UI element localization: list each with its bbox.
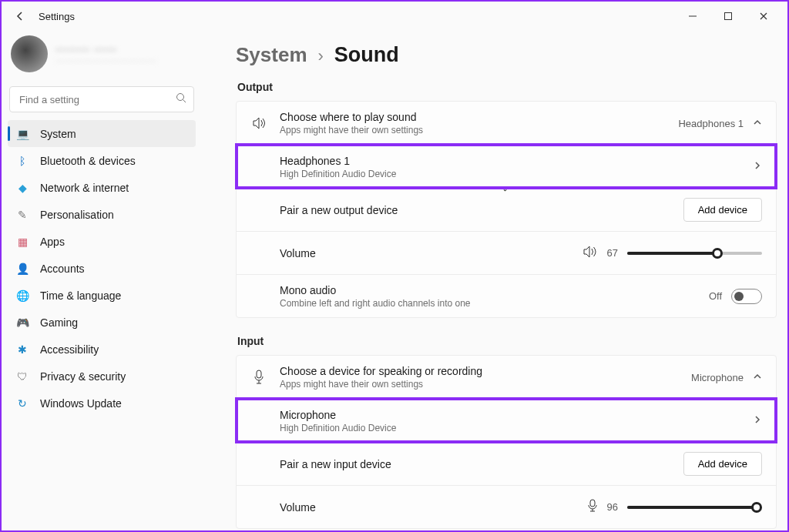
sidebar: ——— —— ——————————— 💻SystemᛒBluetooth & d… (2, 31, 202, 530)
mono-toggle[interactable] (731, 289, 762, 304)
slider-thumb[interactable] (751, 502, 762, 513)
search-input[interactable] (9, 86, 194, 112)
add-output-device-button[interactable]: Add device (683, 198, 762, 222)
output-volume-slider[interactable] (627, 252, 762, 255)
svg-line-3 (183, 100, 186, 103)
nav-icon: ✎ (15, 209, 29, 221)
profile-email: ——————————— (55, 55, 157, 65)
search-icon (176, 92, 186, 106)
mono-title: Mono audio (280, 284, 697, 296)
sidebar-item-personalisation[interactable]: ✎Personalisation (8, 201, 196, 228)
output-volume-label: Volume (280, 247, 570, 259)
output-card: Choose where to play sound Apps might ha… (236, 101, 777, 318)
input-pair-title: Pair a new input device (280, 458, 671, 470)
speaker-icon[interactable] (583, 246, 598, 260)
input-choose-value: Microphone (691, 372, 744, 383)
nav-icon: ✱ (15, 343, 29, 356)
mono-state: Off (709, 290, 722, 302)
input-device-sub: High Definition Audio Device (280, 423, 740, 433)
add-input-device-button[interactable]: Add device (683, 452, 762, 476)
svg-rect-4 (257, 370, 261, 378)
search-wrapper (9, 86, 194, 112)
sidebar-item-accessibility[interactable]: ✱Accessibility (8, 336, 196, 363)
input-volume-label: Volume (280, 501, 575, 514)
sidebar-item-accounts[interactable]: 👤Accounts (8, 255, 196, 282)
nav-icon: ◆ (15, 182, 29, 194)
input-card: Choose a device for speaking or recordin… (236, 355, 777, 529)
output-choose-sub: Apps might have their own settings (280, 125, 666, 136)
mono-sub: Combine left and right audio channels in… (280, 298, 697, 309)
output-volume-row: Volume 67 (237, 231, 776, 274)
input-section-title: Input (237, 335, 777, 347)
page-title: Sound (334, 43, 399, 67)
maximize-button[interactable] (710, 4, 746, 28)
output-volume-value: 67 (607, 247, 618, 259)
minimize-button[interactable] (675, 4, 710, 28)
arrow-left-icon (14, 10, 26, 22)
output-device-row[interactable]: Headphones 1 High Definition Audio Devic… (237, 145, 776, 188)
input-choose-row[interactable]: Choose a device for speaking or recordin… (237, 356, 776, 399)
profile-block[interactable]: ——— —— ——————————— (8, 31, 196, 83)
breadcrumb: System › Sound (236, 43, 777, 67)
output-device-title: Headphones 1 (280, 155, 740, 167)
nav-label: Windows Update (40, 397, 122, 410)
chevron-right-icon (753, 161, 762, 172)
nav-icon: 🌐 (15, 289, 29, 302)
output-choose-row[interactable]: Choose where to play sound Apps might ha… (237, 102, 776, 145)
main-content: System › Sound Output Choose where to pl… (202, 31, 787, 530)
nav-icon: ↻ (15, 397, 29, 410)
sidebar-item-windows-update[interactable]: ↻Windows Update (8, 390, 196, 417)
window-controls (675, 4, 781, 28)
close-button[interactable] (746, 4, 781, 28)
output-pair-row: Pair a new output device Add device (237, 188, 776, 231)
sidebar-item-network-internet[interactable]: ◆Network & internet (8, 174, 196, 201)
input-choose-title: Choose a device for speaking or recordin… (280, 365, 679, 377)
output-choose-title: Choose where to play sound (280, 111, 666, 123)
microphone-icon (250, 370, 267, 385)
sidebar-item-apps[interactable]: ▦Apps (8, 228, 196, 255)
nav-label: Gaming (40, 316, 78, 329)
titlebar: Settings (2, 2, 787, 31)
speaker-icon (250, 116, 267, 130)
output-choose-value: Headphones 1 (678, 118, 744, 129)
input-volume-slider[interactable] (627, 506, 762, 509)
slider-fill (627, 506, 757, 509)
chevron-up-icon (753, 372, 762, 383)
input-choose-sub: Apps might have their own settings (280, 379, 679, 390)
nav-label: Time & language (40, 289, 121, 302)
nav-label: System (40, 128, 76, 140)
breadcrumb-parent[interactable]: System (236, 43, 307, 67)
input-device-title: Microphone (280, 409, 740, 421)
chevron-right-icon: › (318, 46, 324, 66)
input-volume-value: 96 (607, 501, 618, 513)
sidebar-item-privacy-security[interactable]: 🛡Privacy & security (8, 363, 196, 390)
sidebar-item-bluetooth-devices[interactable]: ᛒBluetooth & devices (8, 147, 196, 174)
input-pair-row: Pair a new input device Add device (237, 442, 776, 485)
svg-rect-1 (725, 13, 732, 20)
nav-label: Network & internet (40, 182, 129, 194)
nav-label: Accessibility (40, 343, 99, 356)
avatar (11, 35, 48, 72)
nav-icon: 👤 (15, 263, 29, 275)
input-device-row[interactable]: Microphone High Definition Audio Device (237, 399, 776, 442)
back-button[interactable] (8, 4, 32, 28)
profile-name: ——— —— (55, 43, 157, 55)
sidebar-item-gaming[interactable]: 🎮Gaming (8, 309, 196, 336)
nav-label: Apps (40, 236, 65, 248)
microphone-icon[interactable] (587, 499, 598, 515)
mono-audio-row[interactable]: Mono audio Combine left and right audio … (237, 274, 776, 317)
nav-label: Bluetooth & devices (40, 155, 136, 167)
sidebar-item-system[interactable]: 💻System (8, 120, 196, 147)
output-device-sub: High Definition Audio Device (280, 169, 740, 179)
nav-list: 💻SystemᛒBluetooth & devices◆Network & in… (8, 120, 196, 417)
input-volume-row: Volume 96 (237, 485, 776, 528)
nav-icon: 💻 (15, 128, 29, 140)
toggle-knob (734, 292, 744, 301)
slider-thumb[interactable] (712, 248, 723, 259)
nav-icon: ᛒ (15, 155, 29, 167)
nav-icon: ▦ (15, 236, 29, 248)
sidebar-item-time-language[interactable]: 🌐Time & language (8, 282, 196, 309)
app-name: Settings (39, 11, 75, 22)
chevron-right-icon (753, 415, 762, 427)
nav-label: Accounts (40, 263, 85, 275)
